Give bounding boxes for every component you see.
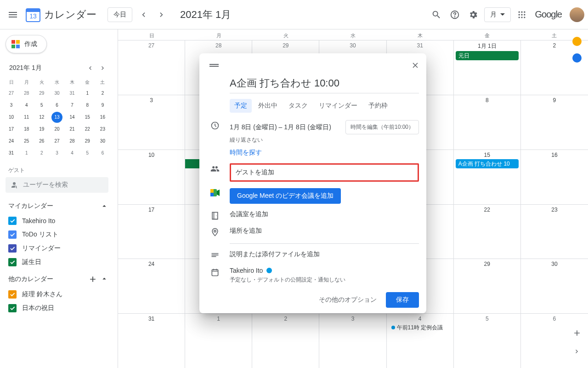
calendar-checkbox[interactable] bbox=[8, 258, 17, 266]
mini-day[interactable]: 13 bbox=[51, 112, 62, 123]
mini-day[interactable]: 17 bbox=[6, 124, 17, 135]
tab-2[interactable]: タスク bbox=[284, 99, 312, 113]
grid-cell[interactable]: 3 bbox=[118, 95, 185, 150]
my-calendars-header[interactable]: マイカレンダー bbox=[4, 196, 110, 214]
mini-day[interactable]: 25 bbox=[21, 136, 32, 147]
mini-prev-button[interactable] bbox=[85, 63, 96, 74]
help-button[interactable] bbox=[446, 6, 464, 24]
mini-day[interactable]: 22 bbox=[82, 124, 93, 135]
mini-day[interactable]: 23 bbox=[97, 124, 108, 135]
grid-cell[interactable]: 4午前11時 定例会議 bbox=[387, 314, 454, 368]
mini-day[interactable]: 27 bbox=[51, 136, 62, 147]
mini-day[interactable]: 4 bbox=[21, 100, 32, 111]
mini-day[interactable]: 14 bbox=[67, 112, 78, 123]
calendar-item[interactable]: 誕生日 bbox=[4, 255, 110, 269]
mini-day[interactable]: 3 bbox=[6, 100, 17, 111]
grid-cell[interactable]: 10 bbox=[118, 150, 185, 204]
calendar-item[interactable]: ToDo リスト bbox=[4, 228, 110, 242]
tab-1[interactable]: 外出中 bbox=[254, 99, 282, 113]
mini-next-button[interactable] bbox=[97, 63, 108, 74]
mini-day[interactable]: 27 bbox=[6, 88, 17, 99]
add-panel-button[interactable] bbox=[568, 324, 586, 342]
mini-day[interactable]: 28 bbox=[67, 136, 78, 147]
grid-cell[interactable]: 5 bbox=[454, 314, 521, 368]
today-button[interactable]: 今日 bbox=[107, 7, 132, 22]
mini-day[interactable]: 21 bbox=[67, 124, 78, 135]
save-button[interactable]: 保存 bbox=[386, 292, 419, 308]
guest-search[interactable]: ユーザーを検索 bbox=[6, 177, 108, 193]
grid-cell[interactable]: 24 bbox=[118, 259, 185, 313]
settings-button[interactable] bbox=[464, 6, 482, 24]
add-calendar-icon[interactable] bbox=[88, 275, 97, 284]
add-meet-button[interactable]: Google Meet のビデオ会議を追加 bbox=[230, 188, 341, 204]
other-calendars-header[interactable]: 他のカレンダー bbox=[4, 269, 110, 288]
mini-day[interactable]: 6 bbox=[97, 148, 108, 159]
search-button[interactable] bbox=[427, 6, 446, 24]
mini-day[interactable]: 8 bbox=[82, 100, 93, 111]
mini-day[interactable]: 5 bbox=[36, 100, 47, 111]
keep-icon[interactable] bbox=[572, 37, 582, 46]
create-button[interactable]: 作成 bbox=[6, 35, 47, 53]
grid-cell[interactable]: 27 bbox=[118, 40, 185, 95]
calendar-checkbox[interactable] bbox=[8, 304, 17, 312]
mini-day[interactable]: 9 bbox=[97, 100, 108, 111]
mini-day[interactable]: 30 bbox=[51, 88, 62, 99]
grid-cell[interactable]: 22 bbox=[454, 205, 521, 259]
mini-day[interactable]: 16 bbox=[97, 112, 108, 123]
add-location-button[interactable]: 場所を追加 bbox=[230, 227, 419, 235]
event-title[interactable]: A企画 打ち合わせ 10:00 bbox=[230, 75, 419, 93]
mini-day[interactable]: 15 bbox=[82, 112, 93, 123]
avatar[interactable] bbox=[570, 7, 584, 22]
mini-day[interactable]: 18 bbox=[21, 124, 32, 135]
mini-day[interactable]: 28 bbox=[21, 88, 32, 99]
time-edit-button[interactable]: 時間を編集（午前10:00） bbox=[345, 120, 419, 134]
calendar-item[interactable]: リマインダー bbox=[4, 242, 110, 255]
mini-day[interactable]: 19 bbox=[36, 124, 47, 135]
mini-day[interactable]: 5 bbox=[82, 148, 93, 159]
grid-cell[interactable]: 3 bbox=[319, 314, 386, 368]
add-room-button[interactable]: 会議室を追加 bbox=[230, 210, 419, 218]
google-logo[interactable]: Google bbox=[531, 7, 566, 22]
collapse-panel-button[interactable] bbox=[568, 342, 586, 361]
calendar-checkbox[interactable] bbox=[8, 290, 17, 299]
apps-button[interactable] bbox=[513, 6, 531, 24]
guest-add-input[interactable]: ゲストを追加 bbox=[230, 163, 419, 182]
menu-button[interactable] bbox=[4, 6, 22, 24]
mini-day[interactable]: 29 bbox=[36, 88, 47, 99]
mini-day[interactable]: 6 bbox=[51, 100, 62, 111]
calendar-item[interactable]: Takehiro Ito bbox=[4, 214, 110, 228]
mini-day[interactable]: 24 bbox=[6, 136, 17, 147]
tab-4[interactable]: 予約枠 bbox=[364, 99, 392, 113]
mini-day[interactable]: 10 bbox=[6, 112, 17, 123]
grid-cell[interactable]: 2 bbox=[252, 314, 319, 368]
mini-day[interactable]: 30 bbox=[97, 136, 108, 147]
drag-handle-icon[interactable] bbox=[209, 63, 220, 67]
view-selector[interactable]: 月 bbox=[484, 7, 511, 22]
grid-cell[interactable]: 1月 1日元日 bbox=[454, 40, 521, 95]
grid-cell[interactable]: 17 bbox=[118, 205, 185, 259]
grid-cell[interactable]: 31 bbox=[118, 314, 185, 368]
mini-day[interactable]: 2 bbox=[36, 148, 47, 159]
mini-day[interactable]: 2 bbox=[97, 88, 108, 99]
mini-day[interactable]: 1 bbox=[21, 148, 32, 159]
mini-day[interactable]: 12 bbox=[36, 112, 47, 123]
mini-day[interactable]: 1 bbox=[82, 88, 93, 99]
prev-month-button[interactable] bbox=[134, 6, 153, 24]
next-month-button[interactable] bbox=[153, 6, 171, 24]
calendar-item[interactable]: 経理 鈴木さん bbox=[4, 288, 110, 301]
event-date-row[interactable]: 1月 8日 (金曜日) – 1月 8日 (金曜日) 時間を編集（午前10:00）… bbox=[230, 120, 419, 144]
add-description-button[interactable]: 説明または添付ファイルを追加 bbox=[230, 250, 419, 259]
mini-day[interactable]: 3 bbox=[51, 148, 62, 159]
event-chip[interactable]: 午前11時 定例会議 bbox=[389, 323, 452, 332]
mini-day[interactable]: 20 bbox=[51, 124, 62, 135]
find-time-button[interactable]: 時間を探す bbox=[230, 149, 419, 157]
tasks-icon[interactable] bbox=[572, 53, 582, 63]
mini-day[interactable]: 7 bbox=[67, 100, 78, 111]
more-options-button[interactable]: その他のオプション bbox=[319, 296, 377, 304]
grid-cell[interactable]: 15A企画 打ち合わせ 10 bbox=[454, 150, 521, 204]
event-chip[interactable]: 元日 bbox=[456, 51, 519, 60]
calendar-owner-row[interactable]: Takehiro Ito 予定なし・デフォルトの公開設定・通知しない bbox=[230, 267, 419, 284]
mini-day[interactable]: 11 bbox=[21, 112, 32, 123]
calendar-item[interactable]: 日本の祝日 bbox=[4, 301, 110, 315]
close-button[interactable] bbox=[408, 58, 423, 73]
